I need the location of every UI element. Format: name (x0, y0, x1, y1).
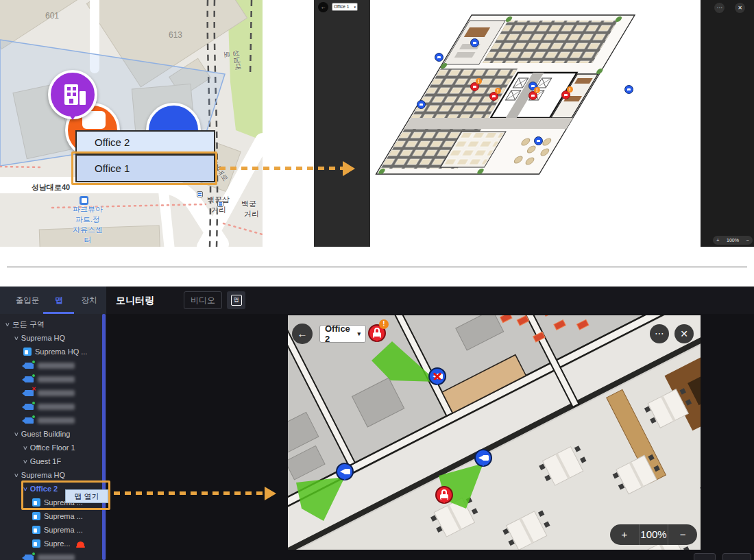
scrollbar[interactable] (102, 314, 106, 560)
tree-item-suprema-hq[interactable]: ∨Suprema HQ (0, 331, 102, 345)
zoom-control[interactable]: + 100% − (610, 524, 697, 545)
door-marker[interactable]: ! (470, 82, 479, 91)
tree-item[interactable] (0, 413, 102, 427)
chevron-down-icon: ∨ (14, 335, 19, 341)
floorplan-render[interactable] (370, 0, 701, 247)
screen: 601 613 성남대로40 성남대로 성남대로 파크뷰아 파트.정 자유스센 … (0, 0, 754, 560)
camera-marker[interactable] (624, 85, 633, 94)
zone-tree-panel: ∨모든 구역∨Suprema HQSuprema HQ ...✕∨Guest B… (0, 314, 106, 560)
camera-marker[interactable] (336, 463, 354, 480)
floorplan-3d (370, 0, 701, 247)
poi-label: 파트.정 (63, 215, 112, 225)
menu-item-office2[interactable]: Office 2 (75, 130, 215, 154)
tree-item-label: Suprema HQ (21, 334, 65, 342)
zoom-level: 100% (727, 238, 739, 243)
door-marker[interactable] (435, 486, 453, 504)
floor-select[interactable]: Office 2 ▾ (319, 325, 366, 343)
camera-icon (25, 363, 34, 369)
door-marker[interactable]: ! (561, 90, 570, 99)
cropped-button[interactable] (694, 553, 716, 560)
map-marker-hq[interactable] (48, 70, 97, 119)
callout-arrow-head (343, 161, 355, 176)
zoom-control[interactable]: + 100% − (713, 236, 753, 245)
status-offline-icon: ✕ (32, 387, 36, 391)
redacted-label (38, 555, 75, 560)
tree-item[interactable] (0, 372, 102, 386)
video-button[interactable]: 비디오 (184, 291, 222, 309)
floorplan-viewer[interactable]: ← Office 2 ▾ ! ⋯ ✕ + 100% − (288, 315, 701, 550)
osm-map-panel[interactable]: 601 613 성남대로40 성남대로 성남대로 파크뷰아 파트.정 자유스센 … (0, 0, 263, 247)
alert-badge: ! (534, 87, 540, 93)
tree-item-guest-building[interactable]: ∨Guest Building (0, 427, 102, 441)
tree-item[interactable] (0, 400, 102, 413)
tree-item-suprema-hq[interactable]: ∨Suprema HQ (0, 468, 102, 482)
back-button[interactable]: ← (318, 2, 328, 12)
zoom-in-button[interactable]: + (716, 238, 719, 243)
status-online-icon (32, 552, 36, 556)
tree-item-suprema-[interactable]: Suprema ... (0, 509, 102, 523)
tree-item-label: Supre... (44, 539, 71, 548)
tree-item-office-floor-1[interactable]: ∨Office Floor 1 (0, 441, 102, 454)
bus-stop-icon (217, 201, 223, 207)
tree-item-label: Suprema HQ (21, 471, 65, 479)
tree-item-label: Suprema ... (44, 526, 83, 534)
tree-item-guest-1f[interactable]: ∨Guest 1F (0, 454, 102, 468)
tab-doors[interactable]: 출입문 (10, 287, 45, 314)
map-view-button[interactable]: 맵 (227, 291, 245, 309)
chevron-down-icon: ∨ (14, 472, 19, 478)
viewer-side-strip (701, 0, 754, 247)
door-marker[interactable]: ! (489, 92, 498, 101)
more-button[interactable]: ⋯ (714, 3, 725, 13)
tree-item-모든-구역[interactable]: ∨모든 구역 (0, 317, 102, 331)
camera-marker-offline[interactable] (428, 367, 446, 385)
camera-icon: ✕ (25, 390, 34, 396)
building-icon (63, 84, 88, 109)
alert-badge: ! (495, 88, 501, 94)
map-file-icon (32, 526, 40, 534)
map-file-icon (32, 539, 40, 548)
tree-item[interactable]: ✕ (0, 386, 102, 400)
street-label: 성남대로40 (32, 182, 70, 193)
camera-marker[interactable] (435, 53, 443, 62)
floor-viewer-popup: ← Office 1 ▾ ⋯ ✕ + 100% − ! ! ! ! (314, 0, 754, 247)
tree-item-label: Guest 1F (30, 457, 61, 465)
tree-item-label: Suprema ... (44, 512, 83, 520)
tree-item-suprema-[interactable]: Suprema ... (0, 523, 102, 537)
redacted-label (38, 390, 75, 396)
camera-marker[interactable] (534, 136, 543, 145)
camera-marker[interactable] (470, 38, 479, 47)
tree-item-suprema-hq-[interactable]: Suprema HQ ... (0, 345, 102, 358)
map-file-icon (23, 348, 32, 356)
zoom-out-button[interactable]: − (668, 524, 697, 545)
poi-label: 파크뷰아 (63, 204, 112, 215)
tree-item-label: 모든 구역 (12, 319, 45, 330)
monitoring-app: 출입문 맵 장치 모니터링 비디오 맵 ∨모든 구역∨Suprema HQSup… (0, 287, 754, 560)
more-button[interactable]: ⋯ (650, 324, 669, 343)
camera-fov-layer (288, 315, 701, 550)
close-button[interactable]: ✕ (735, 3, 745, 13)
close-button[interactable]: ✕ (674, 324, 694, 343)
tree-item-label: Guest Building (21, 430, 71, 438)
camera-fov-cone (372, 341, 437, 382)
junction-label: 백궁 (241, 199, 256, 209)
open-map-tooltip[interactable]: 맵 열기 (65, 489, 108, 503)
tree-item[interactable] (0, 550, 102, 560)
camera-marker[interactable] (474, 449, 492, 467)
door-marker[interactable]: ! (528, 91, 537, 100)
building-number: 601 (45, 11, 59, 21)
chevron-down-icon: ▾ (357, 330, 361, 337)
back-button[interactable]: ← (292, 324, 313, 344)
redacted-label (38, 404, 75, 410)
tree-item[interactable] (0, 358, 102, 372)
camera-marker[interactable] (417, 100, 426, 109)
zoom-out-button[interactable]: − (746, 238, 749, 243)
tab-devices[interactable]: 장치 (74, 287, 104, 314)
cropped-button[interactable] (722, 553, 751, 560)
status-online-icon (32, 360, 36, 364)
chevron-down-icon: ∨ (23, 459, 28, 465)
tab-map[interactable]: 맵 (49, 287, 69, 314)
callout-arrow (114, 491, 266, 495)
tree-item-supre-[interactable]: Supre... (0, 537, 102, 550)
floor-select[interactable]: Office 1 ▾ (332, 3, 358, 11)
zoom-in-button[interactable]: + (610, 524, 639, 545)
